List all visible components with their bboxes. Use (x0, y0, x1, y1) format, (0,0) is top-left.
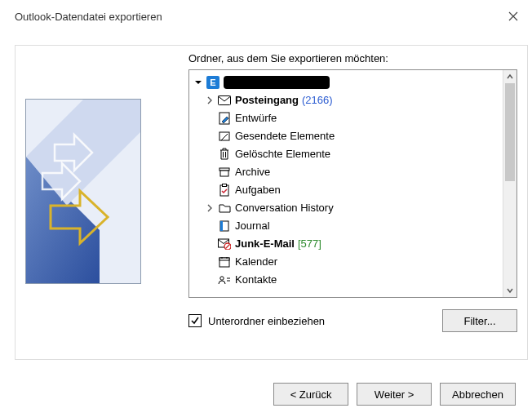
tree-item-label: Conversation History (235, 199, 334, 217)
expand-icon[interactable] (204, 96, 215, 104)
account-name-redacted (224, 76, 330, 89)
svg-rect-5 (220, 171, 228, 176)
tasks-icon (217, 183, 232, 197)
back-button[interactable]: < Zurück (273, 383, 348, 406)
tree-item-conversation-history[interactable]: Conversation History (193, 199, 501, 217)
scroll-up-button[interactable] (503, 70, 516, 83)
next-button[interactable]: Weiter > (357, 383, 432, 406)
tree-item-inbox[interactable]: Posteingang (2166) (193, 91, 501, 109)
export-dialog: Outlook-Datendatei exportieren (0, 0, 532, 417)
tree-item-label: Journal (235, 217, 270, 235)
tree-item-label: Entwürfe (235, 109, 277, 127)
calendar-icon (217, 255, 232, 269)
folder-tree[interactable]: E Posteingang (2166) (189, 70, 503, 297)
tree-item-count: [577] (298, 235, 321, 253)
tree-item-drafts[interactable]: Entwürfe (193, 109, 501, 127)
tree-item-tasks[interactable]: Aufgaben (193, 181, 501, 199)
tree-item-label: Kontakte (235, 271, 277, 289)
chevron-up-icon (506, 73, 514, 81)
sent-icon (217, 129, 232, 144)
inbox-icon (217, 93, 232, 108)
tree-item-journal[interactable]: Journal (193, 217, 501, 235)
folder-tree-container: E Posteingang (2166) (188, 69, 517, 298)
exchange-icon: E (206, 75, 220, 90)
include-subfolders-label: Unterordner einbeziehen (208, 315, 325, 327)
dialog-footer: < Zurück Weiter > Abbrechen (0, 371, 532, 417)
tree-item-label: Gelöschte Elemente (235, 145, 330, 163)
svg-point-14 (220, 277, 224, 280)
tree-item-sent[interactable]: Gesendete Elemente (193, 127, 501, 145)
close-button[interactable] (494, 0, 532, 33)
folder-icon (217, 201, 232, 215)
junk-icon (217, 237, 232, 251)
chevron-down-icon (506, 286, 514, 295)
contacts-icon (217, 273, 232, 287)
svg-rect-7 (223, 184, 227, 187)
tree-item-contacts[interactable]: Kontakte (193, 271, 501, 289)
include-subfolders-checkbox[interactable] (188, 314, 202, 327)
expand-icon[interactable] (204, 204, 215, 212)
cancel-button[interactable]: Abbrechen (440, 383, 516, 406)
tree-item-count: (2166) (302, 91, 333, 109)
scroll-down-button[interactable] (503, 284, 516, 297)
tree-item-archive[interactable]: Archive (193, 163, 501, 181)
wizard-illustration (25, 99, 141, 284)
tree-item-label: Junk-E-Mail (235, 235, 295, 253)
right-panel: Ordner, aus dem Sie exportieren möchten:… (188, 52, 517, 353)
tree-item-calendar[interactable]: Kalender (193, 253, 501, 271)
checkmark-icon (190, 316, 200, 326)
content-panel: Ordner, aus dem Sie exportieren möchten:… (15, 45, 528, 360)
titlebar: Outlook-Datendatei exportieren (0, 0, 532, 33)
tree-scrollbar[interactable] (503, 70, 516, 297)
scroll-thumb[interactable] (505, 83, 515, 181)
svg-rect-3 (219, 132, 229, 140)
window-title: Outlook-Datendatei exportieren (15, 11, 494, 23)
tree-item-junk[interactable]: Junk-E-Mail [577] (193, 235, 501, 253)
tree-item-label: Aufgaben (235, 181, 281, 199)
trash-icon (217, 147, 232, 162)
archive-icon (217, 165, 232, 180)
instruction-label: Ordner, aus dem Sie exportieren möchten: (188, 52, 517, 64)
drafts-icon (217, 111, 232, 126)
tree-item-label: Gesendete Elemente (235, 127, 335, 145)
tree-root-row[interactable]: E (193, 73, 501, 91)
tree-item-deleted[interactable]: Gelöschte Elemente (193, 145, 501, 163)
svg-rect-1 (219, 96, 231, 105)
tree-item-label: Kalender (235, 253, 277, 271)
journal-icon (217, 219, 232, 233)
options-row: Unterordner einbeziehen Filter... (188, 309, 517, 332)
tree-item-label: Posteingang (235, 91, 299, 109)
scroll-track[interactable] (503, 83, 516, 284)
tree-item-label: Archive (235, 163, 270, 181)
svg-rect-13 (219, 258, 229, 260)
collapse-icon[interactable] (193, 78, 204, 87)
close-icon (508, 11, 518, 21)
filter-button[interactable]: Filter... (442, 309, 517, 332)
svg-rect-9 (220, 221, 223, 231)
